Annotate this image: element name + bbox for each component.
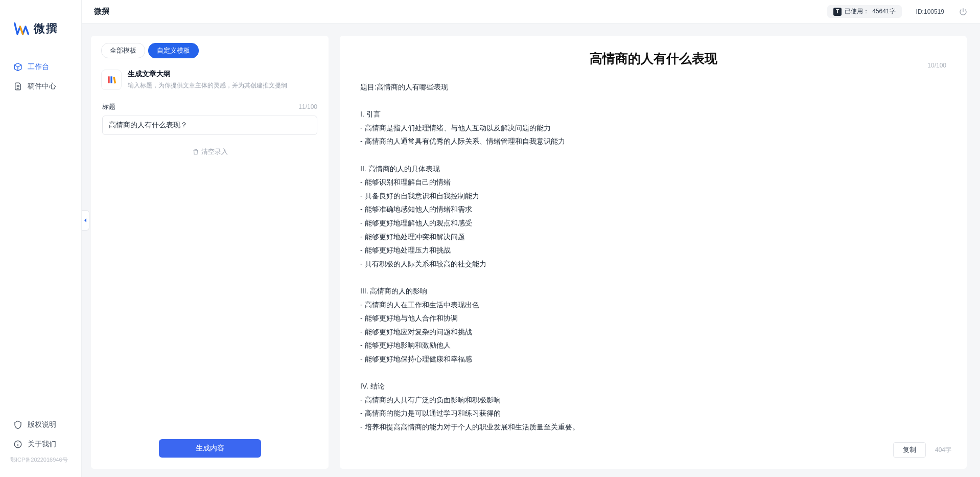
usage-badge-icon: T [833,8,842,16]
logo-icon [13,20,30,37]
template-tabs: 全部模板 自定义模板 [91,36,329,63]
cube-icon [13,62,22,72]
nav-item-about[interactable]: 关于我们 [0,435,81,454]
logo: 微撰 [0,0,81,52]
nav-item-copyright[interactable]: 版权说明 [0,415,81,435]
nav-item-label: 工作台 [28,62,49,72]
right-panel: 高情商的人有什么表现 10/100 题目:高情商的人有哪些表现 I. 引言 - … [340,36,967,469]
title-label: 标题 [102,102,115,111]
tab-custom-templates[interactable]: 自定义模板 [148,43,199,58]
main-nav: 工作台 稿件中心 [0,52,81,415]
output-title-counter: 10/100 [927,62,946,69]
topbar: 微撰 T 已使用： 45641字 ID:100519 [82,0,980,24]
output-body[interactable]: 题目:高情商的人有哪些表现 I. 引言 - 高情商是指人们处理情绪、与他人互动以… [340,70,967,435]
template-card-desc: 输入标题，为你提供文章主体的灵感，并为其创建推文提纲 [128,81,287,90]
nav-item-workbench[interactable]: 工作台 [0,57,81,77]
usage-pill[interactable]: T 已使用： 45641字 [827,5,901,18]
template-card-icon [101,70,122,90]
tab-all-templates[interactable]: 全部模板 [101,43,145,58]
output-word-count: 404字 [935,446,951,455]
chevron-left-icon [83,218,88,223]
brand-small: 微撰 [94,7,109,16]
left-panel: 全部模板 自定义模板 生成文章大纲 输入标题，为你提供文章主体的灵感，并为其创建… [91,36,329,469]
copy-button[interactable]: 复制 [893,442,926,458]
info-icon [13,440,22,449]
title-input[interactable] [102,116,317,135]
sidebar: 微撰 工作台 稿件中心 版权说明 关于我们 鄂ICP备2022016946号 [0,0,82,477]
generate-button[interactable]: 生成内容 [159,439,261,458]
nav-item-label: 稿件中心 [28,82,56,91]
title-counter: 11/100 [298,103,317,110]
bottom-nav: 版权说明 关于我们 鄂ICP备2022016946号 [0,415,81,477]
logo-text: 微撰 [34,21,58,36]
user-id: ID:100519 [916,8,944,15]
nav-item-drafts[interactable]: 稿件中心 [0,77,81,96]
output-title: 高情商的人有什么表现 [360,50,946,67]
usage-label: 已使用： [845,7,869,16]
trash-icon [192,148,199,155]
template-card-title: 生成文章大纲 [128,70,287,79]
power-icon[interactable] [959,7,968,16]
usage-value: 45641字 [872,7,895,16]
icp-text: 鄂ICP备2022016946号 [0,454,81,468]
nav-item-label: 关于我们 [28,440,56,449]
template-card: 生成文章大纲 输入标题，为你提供文章主体的灵感，并为其创建推文提纲 [91,63,329,98]
clear-input-button[interactable]: 清空录入 [91,139,329,165]
shield-icon [13,420,22,429]
books-icon [106,75,116,85]
nav-item-label: 版权说明 [28,420,56,429]
doc-icon [13,82,22,91]
sidebar-collapse-toggle[interactable] [82,210,89,231]
